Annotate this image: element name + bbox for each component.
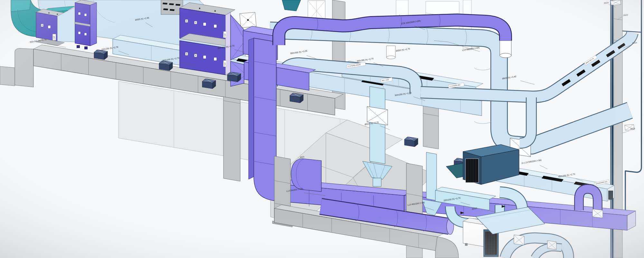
vav-box <box>159 61 173 71</box>
svg-text:CIAT: CIAT <box>224 62 226 66</box>
ahu-cabinet-2 <box>75 0 97 49</box>
gray-column-1 <box>223 97 240 181</box>
annotation-label: CIAT <box>223 61 227 67</box>
annotation-label: CIAT <box>53 34 56 40</box>
vav-box <box>202 79 216 89</box>
vav-box <box>404 137 418 147</box>
model-viewport[interactable]: 3D HVAC BIM coordination model — isometr… <box>0 0 644 258</box>
svg-text:CIAT: CIAT <box>53 36 55 39</box>
vav-box <box>227 72 241 82</box>
vav-box <box>290 93 303 103</box>
louvered-grille-panel <box>484 230 498 257</box>
vav-box <box>94 50 108 60</box>
gray-duct-elbow <box>15 48 33 87</box>
gray-duct-stub <box>0 66 15 86</box>
svg-text:CIAT: CIAT <box>224 33 226 37</box>
fire-damper-top <box>240 12 256 28</box>
annotation-label: CIAT <box>223 32 227 38</box>
supply-round-boot <box>291 159 321 192</box>
vav-boxes <box>94 50 108 60</box>
